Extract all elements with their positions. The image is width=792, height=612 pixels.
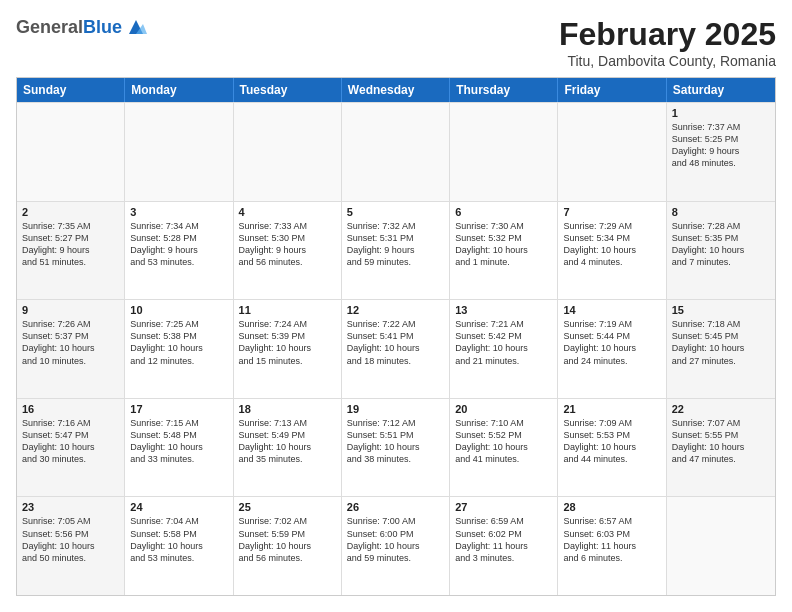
day-number: 18 bbox=[239, 403, 336, 415]
cell-info: Sunrise: 7:22 AM Sunset: 5:41 PM Dayligh… bbox=[347, 318, 444, 367]
day-number: 9 bbox=[22, 304, 119, 316]
calendar-cell-25: 25Sunrise: 7:02 AM Sunset: 5:59 PM Dayli… bbox=[234, 497, 342, 595]
cell-info: Sunrise: 7:05 AM Sunset: 5:56 PM Dayligh… bbox=[22, 515, 119, 564]
calendar-cell-12: 12Sunrise: 7:22 AM Sunset: 5:41 PM Dayli… bbox=[342, 300, 450, 398]
day-number: 21 bbox=[563, 403, 660, 415]
day-number: 10 bbox=[130, 304, 227, 316]
calendar-cell-15: 15Sunrise: 7:18 AM Sunset: 5:45 PM Dayli… bbox=[667, 300, 775, 398]
calendar-header: SundayMondayTuesdayWednesdayThursdayFrid… bbox=[17, 78, 775, 102]
cell-info: Sunrise: 7:16 AM Sunset: 5:47 PM Dayligh… bbox=[22, 417, 119, 466]
cell-info: Sunrise: 7:33 AM Sunset: 5:30 PM Dayligh… bbox=[239, 220, 336, 269]
page: GeneralBlue February 2025 Titu, Dambovit… bbox=[0, 0, 792, 612]
header-day-thursday: Thursday bbox=[450, 78, 558, 102]
calendar-cell-empty bbox=[667, 497, 775, 595]
cell-info: Sunrise: 7:37 AM Sunset: 5:25 PM Dayligh… bbox=[672, 121, 770, 170]
day-number: 11 bbox=[239, 304, 336, 316]
cell-info: Sunrise: 7:28 AM Sunset: 5:35 PM Dayligh… bbox=[672, 220, 770, 269]
calendar-cell-17: 17Sunrise: 7:15 AM Sunset: 5:48 PM Dayli… bbox=[125, 399, 233, 497]
cell-info: Sunrise: 7:26 AM Sunset: 5:37 PM Dayligh… bbox=[22, 318, 119, 367]
calendar-cell-22: 22Sunrise: 7:07 AM Sunset: 5:55 PM Dayli… bbox=[667, 399, 775, 497]
cell-info: Sunrise: 7:30 AM Sunset: 5:32 PM Dayligh… bbox=[455, 220, 552, 269]
calendar-cell-empty bbox=[450, 103, 558, 201]
calendar-cell-empty bbox=[558, 103, 666, 201]
calendar-row: 2Sunrise: 7:35 AM Sunset: 5:27 PM Daylig… bbox=[17, 201, 775, 300]
day-number: 20 bbox=[455, 403, 552, 415]
calendar-cell-2: 2Sunrise: 7:35 AM Sunset: 5:27 PM Daylig… bbox=[17, 202, 125, 300]
calendar-cell-19: 19Sunrise: 7:12 AM Sunset: 5:51 PM Dayli… bbox=[342, 399, 450, 497]
calendar-cell-empty bbox=[342, 103, 450, 201]
header-day-saturday: Saturday bbox=[667, 78, 775, 102]
calendar-cell-21: 21Sunrise: 7:09 AM Sunset: 5:53 PM Dayli… bbox=[558, 399, 666, 497]
day-number: 27 bbox=[455, 501, 552, 513]
day-number: 14 bbox=[563, 304, 660, 316]
header-day-monday: Monday bbox=[125, 78, 233, 102]
calendar-cell-20: 20Sunrise: 7:10 AM Sunset: 5:52 PM Dayli… bbox=[450, 399, 558, 497]
calendar-cell-28: 28Sunrise: 6:57 AM Sunset: 6:03 PM Dayli… bbox=[558, 497, 666, 595]
calendar-cell-27: 27Sunrise: 6:59 AM Sunset: 6:02 PM Dayli… bbox=[450, 497, 558, 595]
cell-info: Sunrise: 7:12 AM Sunset: 5:51 PM Dayligh… bbox=[347, 417, 444, 466]
cell-info: Sunrise: 7:10 AM Sunset: 5:52 PM Dayligh… bbox=[455, 417, 552, 466]
logo: GeneralBlue bbox=[16, 16, 147, 38]
day-number: 26 bbox=[347, 501, 444, 513]
day-number: 6 bbox=[455, 206, 552, 218]
calendar-row: 1Sunrise: 7:37 AM Sunset: 5:25 PM Daylig… bbox=[17, 102, 775, 201]
calendar-cell-18: 18Sunrise: 7:13 AM Sunset: 5:49 PM Dayli… bbox=[234, 399, 342, 497]
cell-info: Sunrise: 7:35 AM Sunset: 5:27 PM Dayligh… bbox=[22, 220, 119, 269]
day-number: 23 bbox=[22, 501, 119, 513]
cell-info: Sunrise: 6:57 AM Sunset: 6:03 PM Dayligh… bbox=[563, 515, 660, 564]
calendar-cell-3: 3Sunrise: 7:34 AM Sunset: 5:28 PM Daylig… bbox=[125, 202, 233, 300]
title-block: February 2025 Titu, Dambovita County, Ro… bbox=[559, 16, 776, 69]
calendar-cell-23: 23Sunrise: 7:05 AM Sunset: 5:56 PM Dayli… bbox=[17, 497, 125, 595]
calendar-cell-9: 9Sunrise: 7:26 AM Sunset: 5:37 PM Daylig… bbox=[17, 300, 125, 398]
cell-info: Sunrise: 7:09 AM Sunset: 5:53 PM Dayligh… bbox=[563, 417, 660, 466]
day-number: 28 bbox=[563, 501, 660, 513]
header-day-friday: Friday bbox=[558, 78, 666, 102]
calendar-cell-empty bbox=[17, 103, 125, 201]
calendar-cell-10: 10Sunrise: 7:25 AM Sunset: 5:38 PM Dayli… bbox=[125, 300, 233, 398]
cell-info: Sunrise: 7:29 AM Sunset: 5:34 PM Dayligh… bbox=[563, 220, 660, 269]
day-number: 2 bbox=[22, 206, 119, 218]
logo-general: General bbox=[16, 17, 83, 37]
calendar-row: 23Sunrise: 7:05 AM Sunset: 5:56 PM Dayli… bbox=[17, 496, 775, 595]
calendar-row: 16Sunrise: 7:16 AM Sunset: 5:47 PM Dayli… bbox=[17, 398, 775, 497]
header-day-wednesday: Wednesday bbox=[342, 78, 450, 102]
logo-blue: Blue bbox=[83, 17, 122, 37]
calendar-cell-16: 16Sunrise: 7:16 AM Sunset: 5:47 PM Dayli… bbox=[17, 399, 125, 497]
day-number: 17 bbox=[130, 403, 227, 415]
day-number: 12 bbox=[347, 304, 444, 316]
logo-icon bbox=[125, 16, 147, 38]
calendar-cell-1: 1Sunrise: 7:37 AM Sunset: 5:25 PM Daylig… bbox=[667, 103, 775, 201]
day-number: 25 bbox=[239, 501, 336, 513]
day-number: 16 bbox=[22, 403, 119, 415]
cell-info: Sunrise: 7:04 AM Sunset: 5:58 PM Dayligh… bbox=[130, 515, 227, 564]
calendar-cell-8: 8Sunrise: 7:28 AM Sunset: 5:35 PM Daylig… bbox=[667, 202, 775, 300]
day-number: 1 bbox=[672, 107, 770, 119]
calendar-cell-5: 5Sunrise: 7:32 AM Sunset: 5:31 PM Daylig… bbox=[342, 202, 450, 300]
day-number: 15 bbox=[672, 304, 770, 316]
header-day-tuesday: Tuesday bbox=[234, 78, 342, 102]
day-number: 3 bbox=[130, 206, 227, 218]
calendar-cell-4: 4Sunrise: 7:33 AM Sunset: 5:30 PM Daylig… bbox=[234, 202, 342, 300]
day-number: 8 bbox=[672, 206, 770, 218]
day-number: 7 bbox=[563, 206, 660, 218]
calendar-cell-26: 26Sunrise: 7:00 AM Sunset: 6:00 PM Dayli… bbox=[342, 497, 450, 595]
cell-info: Sunrise: 7:00 AM Sunset: 6:00 PM Dayligh… bbox=[347, 515, 444, 564]
header: GeneralBlue February 2025 Titu, Dambovit… bbox=[16, 16, 776, 69]
cell-info: Sunrise: 7:15 AM Sunset: 5:48 PM Dayligh… bbox=[130, 417, 227, 466]
day-number: 24 bbox=[130, 501, 227, 513]
cell-info: Sunrise: 7:32 AM Sunset: 5:31 PM Dayligh… bbox=[347, 220, 444, 269]
day-number: 13 bbox=[455, 304, 552, 316]
calendar-cell-24: 24Sunrise: 7:04 AM Sunset: 5:58 PM Dayli… bbox=[125, 497, 233, 595]
cell-info: Sunrise: 7:34 AM Sunset: 5:28 PM Dayligh… bbox=[130, 220, 227, 269]
calendar-cell-6: 6Sunrise: 7:30 AM Sunset: 5:32 PM Daylig… bbox=[450, 202, 558, 300]
day-number: 19 bbox=[347, 403, 444, 415]
cell-info: Sunrise: 7:21 AM Sunset: 5:42 PM Dayligh… bbox=[455, 318, 552, 367]
calendar-cell-13: 13Sunrise: 7:21 AM Sunset: 5:42 PM Dayli… bbox=[450, 300, 558, 398]
cell-info: Sunrise: 7:24 AM Sunset: 5:39 PM Dayligh… bbox=[239, 318, 336, 367]
calendar-cell-7: 7Sunrise: 7:29 AM Sunset: 5:34 PM Daylig… bbox=[558, 202, 666, 300]
day-number: 4 bbox=[239, 206, 336, 218]
cell-info: Sunrise: 7:02 AM Sunset: 5:59 PM Dayligh… bbox=[239, 515, 336, 564]
day-number: 22 bbox=[672, 403, 770, 415]
cell-info: Sunrise: 7:13 AM Sunset: 5:49 PM Dayligh… bbox=[239, 417, 336, 466]
location: Titu, Dambovita County, Romania bbox=[559, 53, 776, 69]
